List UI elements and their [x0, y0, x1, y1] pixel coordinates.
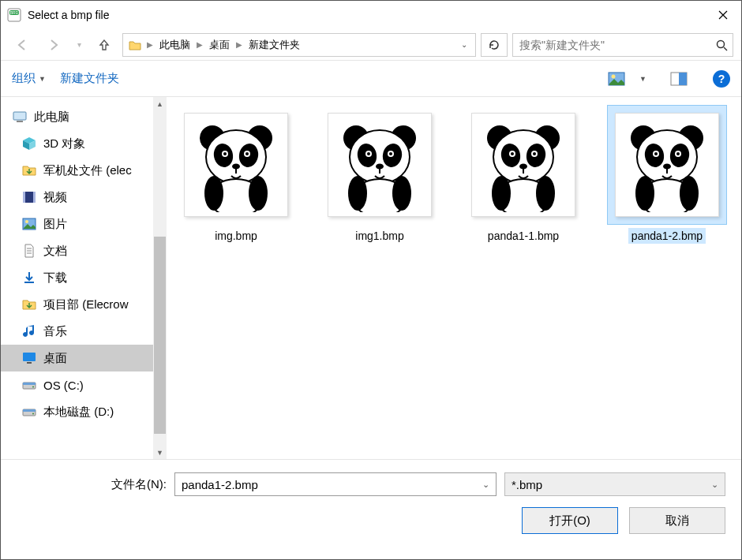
sidebar-item-label: 本地磁盘 (D:): [43, 405, 114, 420]
chevron-down-icon[interactable]: ▼: [639, 75, 646, 83]
svg-point-79: [680, 176, 699, 211]
file-thumbnail: [607, 105, 727, 225]
svg-point-65: [536, 176, 555, 211]
svg-point-20: [32, 386, 34, 388]
breadcrumb-item[interactable]: 此电脑: [156, 34, 193, 56]
svg-rect-17: [27, 362, 32, 364]
organize-label: 组织: [12, 71, 36, 86]
sidebar-item[interactable]: 文档: [1, 237, 167, 264]
sidebar-item[interactable]: 下载: [1, 264, 167, 291]
svg-point-47: [389, 152, 392, 155]
nav-recent-button[interactable]: ▾: [72, 33, 86, 57]
nav-up-button[interactable]: [91, 33, 118, 57]
open-button[interactable]: 打开(O): [522, 507, 618, 534]
svg-point-78: [635, 176, 654, 211]
sidebar-item[interactable]: 军机处文件 (elec: [1, 157, 167, 184]
nav-forward-button[interactable]: [40, 33, 67, 57]
svg-rect-11: [23, 192, 25, 203]
sidebar-item[interactable]: 图片: [1, 211, 167, 237]
folder-down-icon: [21, 162, 37, 178]
svg-point-61: [533, 152, 536, 155]
sidebar-item-label: 3D 对象: [43, 136, 85, 151]
sidebar-item[interactable]: 视频: [1, 184, 167, 211]
svg-point-62: [519, 164, 527, 170]
chevron-right-icon: ▶: [195, 40, 204, 49]
sidebar-item-label: 视频: [43, 190, 67, 205]
svg-point-76: [663, 164, 671, 170]
file-name-label: panda1-2.bmp: [628, 228, 706, 244]
svg-rect-7: [679, 73, 687, 85]
sidebar-item-label: 文档: [43, 244, 67, 259]
sidebar-item-label: 图片: [43, 217, 67, 232]
svg-point-59: [511, 152, 514, 155]
file-tile[interactable]: panda1-2.bmp: [607, 105, 727, 244]
svg-point-3: [718, 40, 725, 47]
drive-icon: [21, 404, 37, 420]
breadcrumb-bar[interactable]: ▶ 此电脑 ▶ 桌面 ▶ 新建文件夹 ⌄: [122, 33, 476, 57]
svg-rect-8: [13, 112, 26, 120]
sidebar-item[interactable]: 桌面: [1, 345, 167, 371]
path-dropdown-button[interactable]: ⌄: [456, 40, 472, 49]
chevron-down-icon[interactable]: ⌄: [482, 480, 489, 490]
breadcrumb-item[interactable]: 桌面: [206, 34, 233, 56]
filter-value: *.bmp: [512, 478, 542, 491]
sidebar-item[interactable]: 音乐: [1, 318, 167, 345]
scroll-up-button[interactable]: ▲: [153, 97, 167, 110]
scroll-down-button[interactable]: ▼: [153, 446, 167, 459]
new-folder-label: 新建文件夹: [60, 71, 119, 86]
sidebar-item-label: 桌面: [43, 351, 67, 366]
computer-icon: [12, 109, 28, 125]
search-icon[interactable]: [715, 39, 728, 51]
svg-text:BRD: BRD: [10, 10, 19, 15]
sidebar: 此电脑 3D 对象军机处文件 (elec视频图片文档下载项目部 (Elecrow…: [1, 97, 167, 459]
close-button[interactable]: [705, 1, 741, 29]
svg-point-14: [25, 220, 28, 223]
file-tile[interactable]: img.bmp: [176, 105, 296, 244]
svg-point-37: [249, 176, 268, 211]
file-tile[interactable]: img1.bmp: [320, 105, 440, 244]
chevron-down-icon[interactable]: ⌄: [711, 480, 718, 490]
organize-button[interactable]: 组织 ▼: [12, 71, 46, 86]
svg-point-36: [204, 176, 223, 211]
svg-point-73: [654, 152, 658, 155]
svg-point-45: [367, 152, 370, 155]
sidebar-item-label: OS (C:): [43, 379, 84, 392]
search-input[interactable]: [518, 38, 715, 52]
refresh-button[interactable]: [481, 33, 508, 57]
sidebar-item[interactable]: 项目部 (Elecrow: [1, 291, 167, 318]
file-thumbnail: [176, 105, 296, 225]
new-folder-button[interactable]: 新建文件夹: [60, 71, 119, 86]
breadcrumb-item[interactable]: 新建文件夹: [245, 34, 303, 56]
svg-point-48: [376, 164, 384, 170]
scroll-thumb[interactable]: [154, 237, 166, 434]
filetype-filter-combobox[interactable]: *.bmp ⌄: [504, 472, 725, 496]
sidebar-item[interactable]: 3D 对象: [1, 130, 167, 157]
sidebar-item[interactable]: 本地磁盘 (D:): [1, 398, 167, 425]
sidebar-item[interactable]: OS (C:): [1, 371, 167, 398]
search-box[interactable]: [512, 33, 733, 57]
download-icon: [21, 270, 37, 286]
nav-back-button[interactable]: [9, 33, 36, 57]
app-icon: BRD: [7, 8, 21, 22]
picture-icon: [21, 216, 37, 232]
folder-down-icon: [21, 297, 37, 312]
svg-rect-16: [23, 353, 36, 361]
chevron-right-icon: ▶: [145, 40, 155, 49]
window-title: Select a bmp file: [28, 9, 110, 21]
svg-point-31: [223, 152, 227, 155]
svg-point-75: [676, 152, 680, 155]
file-name-label: panda1-1.bmp: [485, 228, 562, 244]
sidebar-root-thispc[interactable]: 此电脑: [1, 103, 167, 130]
preview-pane-button[interactable]: [670, 72, 688, 86]
file-tile[interactable]: panda1-1.bmp: [463, 105, 583, 244]
cancel-button[interactable]: 取消: [629, 507, 725, 534]
file-grid[interactable]: img.bmpimg1.bmppanda1-1.bmppanda1-2.bmp: [167, 97, 741, 459]
filename-combobox[interactable]: panda1-2.bmp ⌄: [174, 472, 497, 496]
sidebar-item-label: 下载: [43, 271, 67, 286]
svg-rect-9: [17, 121, 23, 122]
file-thumbnail: [320, 105, 440, 225]
svg-point-51: [392, 176, 411, 211]
view-thumbnails-button[interactable]: [608, 72, 625, 86]
sidebar-scrollbar[interactable]: ▲ ▼: [153, 97, 167, 459]
help-button[interactable]: ?: [713, 70, 730, 88]
